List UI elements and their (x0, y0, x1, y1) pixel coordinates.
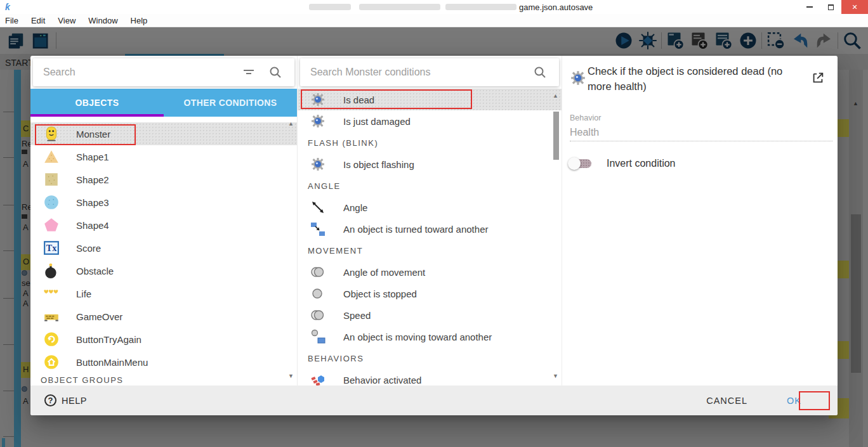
object-label: Obstacle (76, 266, 114, 276)
objects-panel: OBJECTSOTHER CONDITIONS MonsterShape1Sha… (30, 56, 297, 385)
condition-item-an-object-is-turned-toward-another[interactable]: An object is turned toward another (298, 218, 562, 240)
object-label: Monster (76, 129, 110, 139)
condition-group-header: MOVEMENT (298, 240, 562, 261)
restore-icon (828, 4, 834, 10)
condition-item-behavior-activated[interactable]: Behavior activated (298, 369, 562, 385)
condition-label: Is object flashing (343, 159, 414, 170)
condition-label: Speed (343, 310, 371, 321)
invert-condition-label: Invert condition (607, 158, 676, 169)
invert-condition-toggle[interactable] (570, 159, 591, 168)
condition-item-an-object-is-moving-toward-another[interactable]: An object is moving toward another (298, 326, 562, 347)
home-button-sprite-icon (43, 354, 60, 370)
object-item-score[interactable]: TxScore (30, 236, 297, 259)
minimize-button[interactable] (798, 0, 821, 14)
condition-item-speed[interactable]: Speed (298, 304, 562, 326)
condition-item-object-is-stopped[interactable]: Object is stopped (298, 283, 562, 304)
menu-view[interactable]: View (51, 16, 82, 25)
scroll-up-icon[interactable]: ▲ (288, 120, 294, 127)
condition-label: Object is stopped (343, 288, 417, 299)
object-label: Shape1 (76, 152, 109, 162)
object-label: Shape2 (76, 174, 109, 185)
flash-behavior-icon (310, 157, 326, 172)
scroll-up-icon[interactable]: ▲ (553, 93, 558, 99)
condition-description: Check if the object is considered dead (… (588, 63, 791, 94)
menu-window[interactable]: Window (82, 16, 124, 25)
condition-label: An object is moving toward another (343, 332, 492, 342)
object-item-obstacle[interactable]: Obstacle (30, 259, 297, 282)
choose-condition-dialog: OBJECTSOTHER CONDITIONS MonsterShape1Sha… (30, 56, 838, 415)
behavior-field-underline (570, 141, 832, 141)
circle-sprite-icon (43, 194, 60, 211)
object-item-buttontryagain[interactable]: ButtonTryAgain (30, 328, 297, 351)
condition-item-angle-of-movement[interactable]: Angle of movement (298, 261, 562, 283)
condition-search-input[interactable] (300, 67, 532, 78)
object-item-shape4[interactable]: Shape4 (30, 214, 297, 236)
object-item-shape1[interactable]: Shape1 (30, 145, 297, 168)
object-item-shape3[interactable]: Shape3 (30, 191, 297, 214)
search-icon[interactable] (532, 65, 548, 80)
tab-objects[interactable]: OBJECTS (30, 89, 164, 117)
condition-item-is-object-flashing[interactable]: Is object flashing (298, 153, 562, 175)
toggle-knob (568, 157, 581, 170)
title-bar: ƙ game.json.autosave ✕ (0, 0, 868, 14)
menu-file[interactable]: File (0, 16, 25, 25)
conditions-panel: Is deadIs just damagedFLASH (BLINK)Is ob… (297, 56, 562, 385)
speed-circles-icon (310, 308, 326, 323)
bomb-sprite-icon (43, 262, 60, 279)
condition-label: Angle (343, 202, 367, 213)
health-behavior-icon (570, 70, 586, 86)
scroll-down-icon[interactable]: ▼ (553, 373, 558, 379)
condition-item-is-just-damaged[interactable]: Is just damaged (298, 110, 562, 132)
object-label: ButtonTryAgain (76, 334, 141, 345)
angle-arrows-icon (310, 200, 326, 215)
menu-help[interactable]: Help (124, 16, 154, 25)
scrollbar-thumb[interactable] (553, 112, 559, 160)
object-label: Score (76, 243, 101, 254)
gdevelop-logo-icon: ƙ (5, 3, 10, 11)
ok-button[interactable]: OK (787, 396, 801, 406)
object-item-monster[interactable]: Monster (30, 122, 297, 145)
stopped-circle-icon (310, 286, 326, 301)
behavior-bricks-icon (310, 372, 326, 385)
svg-text:Tx: Tx (46, 243, 56, 253)
blurred-path-segment (309, 4, 351, 10)
blurred-path-segment (359, 4, 440, 10)
health-behavior-icon (310, 113, 326, 129)
triangle-sprite-icon (43, 148, 60, 165)
condition-detail-panel: Check if the object is considered dead (… (562, 56, 838, 385)
condition-search-bar (300, 58, 559, 86)
object-item-shape2[interactable]: Shape2 (30, 168, 297, 191)
text-object-icon: Tx (43, 240, 60, 256)
pentagon-sprite-icon (43, 217, 60, 233)
object-search-input[interactable] (33, 67, 241, 78)
menu-edit[interactable]: Edit (25, 16, 51, 25)
object-item-gameover[interactable]: GameOver (30, 305, 297, 328)
object-tabs: OBJECTSOTHER CONDITIONS (30, 89, 297, 117)
blurred-path-segment (445, 4, 516, 10)
object-search-bar (33, 58, 294, 86)
hearts-sprite-icon (43, 285, 60, 302)
condition-group-header: ANGLE (298, 175, 562, 197)
close-button[interactable]: ✕ (841, 0, 868, 14)
object-list: MonsterShape1Shape2Shape3Shape4TxScoreOb… (30, 117, 297, 385)
open-in-new-icon[interactable] (811, 71, 825, 85)
banner-sprite-icon (43, 308, 60, 325)
condition-label: Is just damaged (343, 116, 411, 127)
object-label: Life (76, 288, 91, 299)
condition-item-angle[interactable]: Angle (298, 197, 562, 218)
scroll-down-icon[interactable]: ▼ (288, 373, 294, 379)
help-icon: ? (44, 394, 56, 406)
condition-label: Is dead (343, 94, 374, 105)
tab-other-conditions[interactable]: OTHER CONDITIONS (164, 89, 297, 117)
object-item-buttonmainmenu[interactable]: ButtonMainMenu (30, 351, 297, 373)
movement-circles-icon (310, 264, 326, 280)
behavior-field-value[interactable]: Health (570, 127, 599, 138)
help-button[interactable]: ? HELP (44, 394, 87, 406)
filter-icon[interactable] (241, 65, 256, 80)
object-item-life[interactable]: Life (30, 282, 297, 305)
cancel-button[interactable]: CANCEL (706, 396, 747, 406)
restore-button[interactable] (820, 0, 841, 14)
condition-label: An object is turned toward another (343, 224, 488, 235)
search-icon[interactable] (268, 65, 283, 80)
condition-item-is-dead[interactable]: Is dead (298, 89, 562, 110)
